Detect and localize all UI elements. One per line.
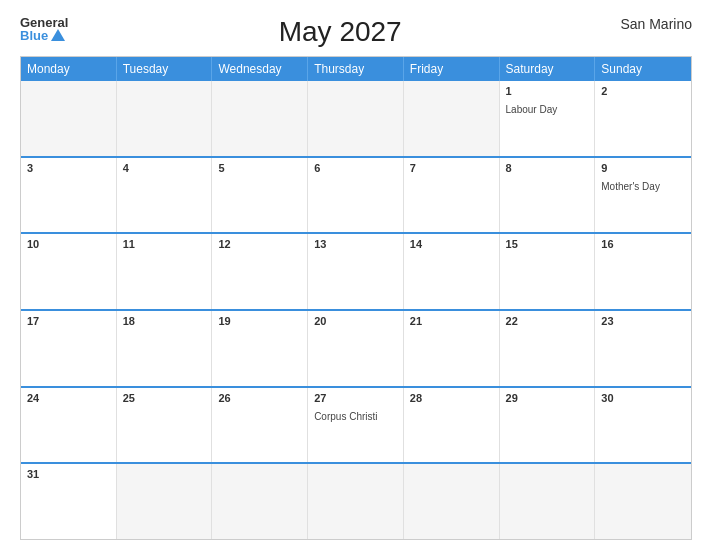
- day-number: 15: [506, 238, 589, 250]
- day-number: 7: [410, 162, 493, 174]
- day-cell: 27Corpus Christi: [308, 388, 404, 463]
- day-cell: 12: [212, 234, 308, 309]
- calendar-title: May 2027: [68, 16, 612, 48]
- day-cell: [308, 464, 404, 539]
- day-number: 30: [601, 392, 685, 404]
- day-number: 13: [314, 238, 397, 250]
- day-number: 12: [218, 238, 301, 250]
- day-number: 24: [27, 392, 110, 404]
- day-number: 25: [123, 392, 206, 404]
- day-cell: 2: [595, 81, 691, 156]
- day-cell: [117, 464, 213, 539]
- day-number: 26: [218, 392, 301, 404]
- day-cell: 3: [21, 158, 117, 233]
- day-number: 20: [314, 315, 397, 327]
- day-cell: 18: [117, 311, 213, 386]
- day-cell: 10: [21, 234, 117, 309]
- day-number: 29: [506, 392, 589, 404]
- day-cell: 22: [500, 311, 596, 386]
- day-cell: 23: [595, 311, 691, 386]
- day-number: 11: [123, 238, 206, 250]
- day-cell: 26: [212, 388, 308, 463]
- day-header-thursday: Thursday: [308, 57, 404, 81]
- day-cell: [308, 81, 404, 156]
- day-cell: [212, 81, 308, 156]
- day-number: 6: [314, 162, 397, 174]
- day-number: 17: [27, 315, 110, 327]
- day-number: 3: [27, 162, 110, 174]
- day-cell: 4: [117, 158, 213, 233]
- day-number: 4: [123, 162, 206, 174]
- day-number: 2: [601, 85, 685, 97]
- day-cell: 20: [308, 311, 404, 386]
- day-header-monday: Monday: [21, 57, 117, 81]
- day-cell: 31: [21, 464, 117, 539]
- week-row-4: 17181920212223: [21, 309, 691, 386]
- week-row-6: 31: [21, 462, 691, 539]
- day-number: 19: [218, 315, 301, 327]
- day-cell: 28: [404, 388, 500, 463]
- day-cell: 16: [595, 234, 691, 309]
- day-cell: [117, 81, 213, 156]
- header: General Blue May 2027 San Marino: [20, 16, 692, 48]
- day-cell: [21, 81, 117, 156]
- day-number: 18: [123, 315, 206, 327]
- week-row-5: 24252627Corpus Christi282930: [21, 386, 691, 463]
- day-cell: 24: [21, 388, 117, 463]
- day-header-tuesday: Tuesday: [117, 57, 213, 81]
- logo-blue-text: Blue: [20, 29, 65, 42]
- week-row-3: 10111213141516: [21, 232, 691, 309]
- day-cell: [212, 464, 308, 539]
- day-cell: 14: [404, 234, 500, 309]
- day-header-sunday: Sunday: [595, 57, 691, 81]
- weeks-container: 1Labour Day23456789Mother's Day101112131…: [21, 81, 691, 539]
- day-number: 5: [218, 162, 301, 174]
- day-cell: [404, 81, 500, 156]
- day-cell: 11: [117, 234, 213, 309]
- day-number: 27: [314, 392, 397, 404]
- day-header-wednesday: Wednesday: [212, 57, 308, 81]
- day-number: 21: [410, 315, 493, 327]
- calendar-grid: MondayTuesdayWednesdayThursdayFridaySatu…: [20, 56, 692, 540]
- day-cell: 30: [595, 388, 691, 463]
- day-cell: 29: [500, 388, 596, 463]
- day-number: 9: [601, 162, 685, 174]
- day-number: 28: [410, 392, 493, 404]
- calendar-page: General Blue May 2027 San Marino MondayT…: [0, 0, 712, 550]
- day-cell: 7: [404, 158, 500, 233]
- week-row-1: 1Labour Day2: [21, 81, 691, 156]
- day-number: 31: [27, 468, 110, 480]
- day-cell: 8: [500, 158, 596, 233]
- day-cell: [500, 464, 596, 539]
- day-event: Labour Day: [506, 104, 558, 115]
- day-number: 16: [601, 238, 685, 250]
- logo: General Blue: [20, 16, 68, 42]
- day-event: Mother's Day: [601, 181, 660, 192]
- day-number: 8: [506, 162, 589, 174]
- day-cell: 21: [404, 311, 500, 386]
- day-number: 22: [506, 315, 589, 327]
- day-cell: 9Mother's Day: [595, 158, 691, 233]
- day-header-saturday: Saturday: [500, 57, 596, 81]
- day-cell: 13: [308, 234, 404, 309]
- logo-triangle-icon: [51, 29, 65, 41]
- day-number: 23: [601, 315, 685, 327]
- day-cell: 15: [500, 234, 596, 309]
- day-number: 1: [506, 85, 589, 97]
- day-cell: 19: [212, 311, 308, 386]
- week-row-2: 3456789Mother's Day: [21, 156, 691, 233]
- day-cell: [404, 464, 500, 539]
- day-event: Corpus Christi: [314, 411, 377, 422]
- day-cell: [595, 464, 691, 539]
- day-header-friday: Friday: [404, 57, 500, 81]
- day-number: 14: [410, 238, 493, 250]
- day-cell: 6: [308, 158, 404, 233]
- day-cell: 17: [21, 311, 117, 386]
- day-cell: 1Labour Day: [500, 81, 596, 156]
- day-number: 10: [27, 238, 110, 250]
- day-cell: 25: [117, 388, 213, 463]
- country-name: San Marino: [612, 16, 692, 32]
- day-headers-row: MondayTuesdayWednesdayThursdayFridaySatu…: [21, 57, 691, 81]
- day-cell: 5: [212, 158, 308, 233]
